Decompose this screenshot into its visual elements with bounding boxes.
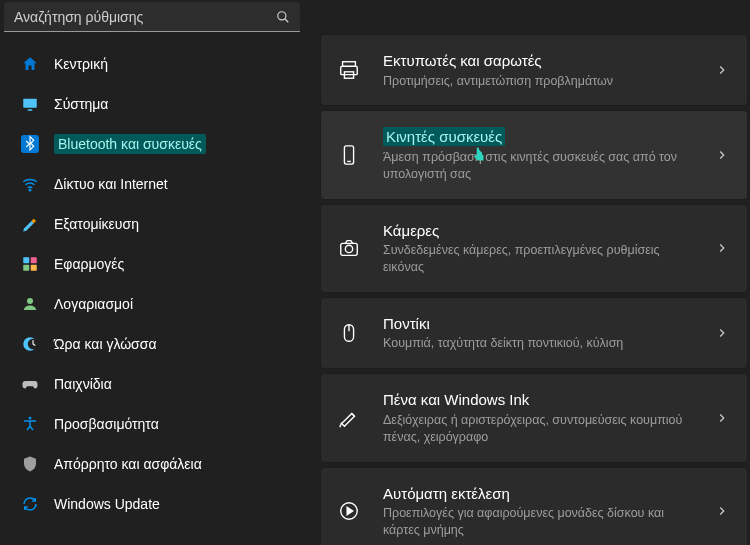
setting-desc: Συνδεδεμένες κάμερες, προεπιλεγμένες ρυθ… [383,242,693,276]
nav-label: Λογαριασμοί [54,296,133,312]
accessibility-icon [20,414,40,434]
setting-title: Πένα και Windows Ink [383,391,529,408]
nav-item-home[interactable]: Κεντρική [6,46,304,82]
phone-icon [337,143,361,167]
nav-item-apps[interactable]: Εφαρμογές [6,246,304,282]
nav-label: Σύστημα [54,96,108,112]
nav-item-bluetooth[interactable]: Bluetooth και συσκευές [6,126,304,162]
setting-text: Αυτόματη εκτέλεση Προεπιλογές για αφαιρο… [383,484,693,539]
home-icon [20,54,40,74]
search-container [0,2,310,38]
setting-pen[interactable]: Πένα και Windows Ink Δεξιόχειρας ή αριστ… [320,373,748,462]
svg-rect-15 [341,67,358,75]
setting-printer[interactable]: Εκτυπωτές και σαρωτές Προτιμήσεις, αντιμ… [320,34,748,106]
nav-label: Παιχνίδια [54,376,112,392]
setting-autoplay[interactable]: Αυτόματη εκτέλεση Προεπιλογές για αφαιρο… [320,467,748,546]
setting-desc: Προτιμήσεις, αντιμετώπιση προβλημάτων [383,73,693,90]
camera-icon [337,236,361,260]
nav-label: Windows Update [54,496,160,512]
chevron-right-icon [715,63,729,77]
sidebar: ΚεντρικήΣύστημαBluetooth και συσκευέςΔίκ… [0,0,310,545]
nav-item-accessibility[interactable]: Προσβασιμότητα [6,406,304,442]
setting-title: Εκτυπωτές και σαρωτές [383,52,542,69]
nav-list: ΚεντρικήΣύστημαBluetooth και συσκευέςΔίκ… [0,38,310,522]
svg-rect-9 [31,265,37,271]
svg-point-5 [29,189,31,191]
search-input[interactable] [14,9,276,25]
pen-icon [337,406,361,430]
nav-item-time[interactable]: Ώρα και γλώσσα [6,326,304,362]
search-box[interactable] [4,2,300,32]
search-icon [276,10,290,24]
setting-desc: Κουμπιά, ταχύτητα δείκτη ποντικιού, κύλι… [383,335,693,352]
autoplay-icon [337,499,361,523]
gaming-icon [20,374,40,394]
nav-label: Bluetooth και συσκευές [54,134,206,154]
nav-item-update[interactable]: Windows Update [6,486,304,522]
nav-item-privacy[interactable]: Απόρρητο και ασφάλεια [6,446,304,482]
apps-icon [20,254,40,274]
setting-title: Αυτόματη εκτέλεση [383,485,510,502]
privacy-icon [20,454,40,474]
accounts-icon [20,294,40,314]
setting-mouse[interactable]: Ποντίκι Κουμπιά, ταχύτητα δείκτη ποντικι… [320,297,748,369]
personalize-icon [20,214,40,234]
setting-camera[interactable]: Κάμερες Συνδεδεμένες κάμερες, προεπιλεγμ… [320,204,748,293]
nav-item-system[interactable]: Σύστημα [6,86,304,122]
nav-label: Προσβασιμότητα [54,416,159,432]
time-icon [20,334,40,354]
setting-text: Κινητές συσκευές Άμεση πρόσβαση στις κιν… [383,127,693,182]
chevron-right-icon [715,411,729,425]
setting-text: Ποντίκι Κουμπιά, ταχύτητα δείκτη ποντικι… [383,314,693,352]
nav-label: Κεντρική [54,56,108,72]
nav-label: Εφαρμογές [54,256,124,272]
svg-point-0 [278,11,286,19]
nav-label: Δίκτυο και Internet [54,176,168,192]
svg-rect-6 [23,257,29,263]
setting-text: Εκτυπωτές και σαρωτές Προτιμήσεις, αντιμ… [383,51,693,89]
setting-text: Κάμερες Συνδεδεμένες κάμερες, προεπιλεγμ… [383,221,693,276]
nav-item-gaming[interactable]: Παιχνίδια [6,366,304,402]
nav-item-accounts[interactable]: Λογαριασμοί [6,286,304,322]
svg-line-1 [285,18,289,22]
svg-point-13 [29,417,32,420]
setting-desc: Άμεση πρόσβαση στις κινητές συσκευές σας… [383,149,693,183]
svg-rect-2 [23,99,37,108]
setting-phone[interactable]: Κινητές συσκευές Άμεση πρόσβαση στις κιν… [320,110,748,199]
mouse-icon [337,321,361,345]
bluetooth-icon [20,134,40,154]
svg-point-10 [27,298,33,304]
nav-label: Εξατομίκευση [54,216,139,232]
setting-desc: Προεπιλογές για αφαιρούμενες μονάδες δίσ… [383,505,693,539]
main-panel: Εκτυπωτές και σαρωτές Προτιμήσεις, αντιμ… [310,0,750,545]
chevron-right-icon [715,241,729,255]
setting-desc: Δεξιόχειρας ή αριστερόχειρας, συντομεύσε… [383,412,693,446]
chevron-right-icon [715,326,729,340]
setting-title: Ποντίκι [383,315,430,332]
setting-title: Κινητές συσκευές [383,127,505,146]
update-icon [20,494,40,514]
system-icon [20,94,40,114]
nav-label: Απόρρητο και ασφάλεια [54,456,202,472]
svg-rect-7 [31,257,37,263]
nav-item-personalize[interactable]: Εξατομίκευση [6,206,304,242]
svg-rect-8 [23,265,29,271]
nav-label: Ώρα και γλώσσα [54,336,157,352]
setting-title: Κάμερες [383,222,439,239]
setting-text: Πένα και Windows Ink Δεξιόχειρας ή αριστ… [383,390,693,445]
printer-icon [337,58,361,82]
chevron-right-icon [715,148,729,162]
svg-rect-3 [28,109,33,111]
svg-point-20 [345,246,352,253]
nav-item-wifi[interactable]: Δίκτυο και Internet [6,166,304,202]
chevron-right-icon [715,504,729,518]
wifi-icon [20,174,40,194]
